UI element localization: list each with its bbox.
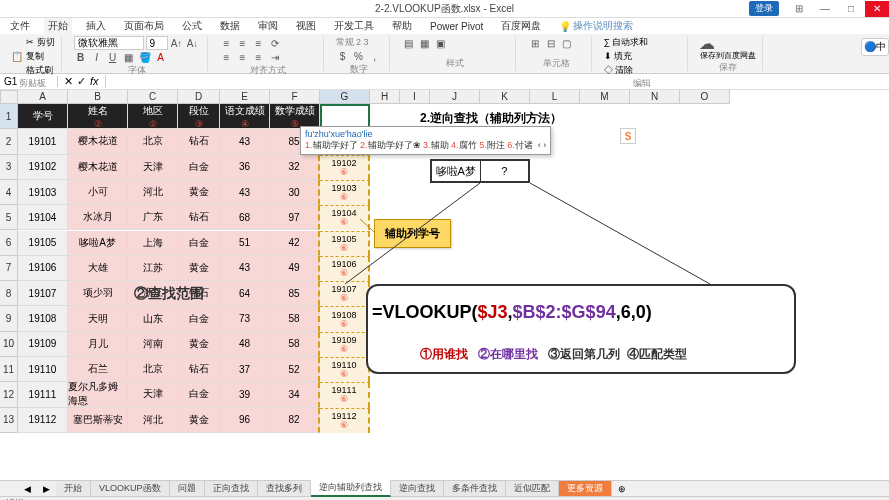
format-cell-icon[interactable]: ▢ <box>560 36 574 50</box>
align-mid-icon[interactable]: ≡ <box>236 36 250 50</box>
new-sheet-icon[interactable]: ⊕ <box>612 484 632 494</box>
helper-cell[interactable]: 19109⑥ <box>320 332 370 357</box>
tab-forward[interactable]: 正向查找 <box>205 481 258 496</box>
helper-cell[interactable]: 19104⑥ <box>320 205 370 230</box>
row-header[interactable]: 1 <box>0 104 18 129</box>
data-cell[interactable]: 白金 <box>178 231 220 256</box>
sogou-ime-icon[interactable]: S <box>620 128 636 144</box>
tab-start[interactable]: 开始 <box>56 481 91 496</box>
cancel-formula-icon[interactable]: ✕ <box>64 75 73 88</box>
bold-icon[interactable]: B <box>74 50 88 64</box>
data-cell[interactable]: 黄金 <box>178 408 220 433</box>
data-cell[interactable]: 水冰月 <box>68 205 128 230</box>
col-header-G[interactable]: G <box>320 90 370 104</box>
col-header-B[interactable]: B <box>68 90 128 104</box>
orientation-icon[interactable]: ⟳ <box>268 36 282 50</box>
maximize-button[interactable]: □ <box>839 1 863 17</box>
font-size-box[interactable]: 9 <box>146 36 168 50</box>
tab-vlookup[interactable]: VLOOKUP函数 <box>91 481 170 496</box>
close-button[interactable]: ✕ <box>865 1 889 17</box>
row-header[interactable]: 10 <box>0 332 18 357</box>
comma-icon[interactable]: , <box>368 49 382 63</box>
tab-approx[interactable]: 近似匹配 <box>506 481 559 496</box>
data-cell[interactable]: 51 <box>220 231 270 256</box>
data-cell[interactable]: 石兰 <box>68 357 128 382</box>
data-cell[interactable]: 32 <box>270 155 320 180</box>
tab-nav-last-icon[interactable]: ▶ <box>37 484 56 494</box>
data-cell[interactable]: 白金 <box>178 155 220 180</box>
col-header-A[interactable]: A <box>18 90 68 104</box>
font-color-icon[interactable]: A <box>154 50 168 64</box>
data-cell[interactable]: 58 <box>270 306 320 331</box>
data-cell[interactable]: 37 <box>220 357 270 382</box>
tell-me[interactable]: 💡操作说明搜索 <box>555 17 637 35</box>
helper-cell[interactable]: 19102⑥ <box>320 155 370 180</box>
menu-layout[interactable]: 页面布局 <box>120 17 168 35</box>
helper-cell[interactable]: 19111⑥ <box>320 382 370 407</box>
align-center-icon[interactable]: ≡ <box>236 50 250 64</box>
align-right-icon[interactable]: ≡ <box>252 50 266 64</box>
col-header-O[interactable]: O <box>680 90 730 104</box>
helper-cell[interactable]: 19107⑥ <box>320 281 370 306</box>
row-header[interactable]: 4 <box>0 180 18 205</box>
menu-home[interactable]: 开始 <box>44 17 72 35</box>
helper-cell[interactable]: 19108⑥ <box>320 306 370 331</box>
data-cell[interactable]: 85 <box>270 281 320 306</box>
data-cell[interactable]: 钻石 <box>178 129 220 154</box>
insert-cell-icon[interactable]: ⊞ <box>528 36 542 50</box>
copy-button[interactable]: 复制 <box>26 50 55 63</box>
data-cell[interactable]: 68 <box>220 205 270 230</box>
menu-review[interactable]: 审阅 <box>254 17 282 35</box>
data-cell[interactable]: 白金 <box>178 306 220 331</box>
data-cell[interactable]: 钻石 <box>178 357 220 382</box>
data-cell[interactable]: 42 <box>270 231 320 256</box>
data-cell[interactable]: 北京 <box>128 129 178 154</box>
col-header-E[interactable]: E <box>220 90 270 104</box>
align-bot-icon[interactable]: ≡ <box>252 36 266 50</box>
data-cell[interactable]: 项少羽 <box>68 281 128 306</box>
tab-problem[interactable]: 问题 <box>170 481 205 496</box>
data-cell[interactable]: 河北 <box>128 408 178 433</box>
row-header[interactable]: 13 <box>0 408 18 433</box>
name-box[interactable]: G1 <box>0 76 58 87</box>
data-cell[interactable]: 19103 <box>18 180 68 205</box>
ime-candidate-popup[interactable]: fu'zhu'xue'hao'lie1.辅助学好了 2.辅助学好了❀ 3.辅助 … <box>300 126 551 155</box>
helper-cell[interactable]: 19112⑥ <box>320 408 370 433</box>
data-cell[interactable]: 52 <box>270 357 320 382</box>
data-cell[interactable]: 19105 <box>18 231 68 256</box>
table-header-cell[interactable]: 学号 <box>18 104 68 129</box>
menu-data[interactable]: 数据 <box>216 17 244 35</box>
data-cell[interactable]: 江苏 <box>128 256 178 281</box>
data-cell[interactable]: 北京 <box>128 357 178 382</box>
data-cell[interactable]: 19112 <box>18 408 68 433</box>
row-header[interactable]: 5 <box>0 205 18 230</box>
data-cell[interactable]: 73 <box>220 306 270 331</box>
col-header-K[interactable]: K <box>480 90 530 104</box>
underline-icon[interactable]: U <box>106 50 120 64</box>
data-cell[interactable]: 夏尔凡多姆海恩 <box>68 382 128 407</box>
helper-cell[interactable]: 19110⑥ <box>320 357 370 382</box>
data-cell[interactable]: 小可 <box>68 180 128 205</box>
data-cell[interactable]: 43 <box>220 129 270 154</box>
row-header[interactable]: 12 <box>0 382 18 407</box>
col-header-H[interactable]: H <box>370 90 400 104</box>
data-cell[interactable]: 96 <box>220 408 270 433</box>
align-top-icon[interactable]: ≡ <box>220 36 234 50</box>
data-cell[interactable]: 大雄 <box>68 256 128 281</box>
table-header-cell[interactable]: 语文成绩④ <box>220 104 270 129</box>
menu-formula[interactable]: 公式 <box>178 17 206 35</box>
table-style-icon[interactable]: ▦ <box>418 36 432 50</box>
border-icon[interactable]: ▦ <box>122 50 136 64</box>
data-cell[interactable]: 月儿 <box>68 332 128 357</box>
worksheet-grid[interactable]: 学号姓名②地区②段位③语文成绩④数学成绩⑤19101樱木花道北京钻石438519… <box>18 104 889 480</box>
data-cell[interactable]: 塞巴斯蒂安 <box>68 408 128 433</box>
row-header[interactable]: 9 <box>0 306 18 331</box>
table-header-cell[interactable]: 姓名② <box>68 104 128 129</box>
row-header[interactable]: 11 <box>0 357 18 382</box>
row-header[interactable]: 8 <box>0 281 18 306</box>
autosum-button[interactable]: ∑ 自动求和 <box>604 36 681 49</box>
number-format-box[interactable]: 常规 2 3 <box>336 36 369 49</box>
data-cell[interactable]: 48 <box>220 332 270 357</box>
tab-multicol[interactable]: 查找多列 <box>258 481 311 496</box>
data-cell[interactable]: 19111 <box>18 382 68 407</box>
